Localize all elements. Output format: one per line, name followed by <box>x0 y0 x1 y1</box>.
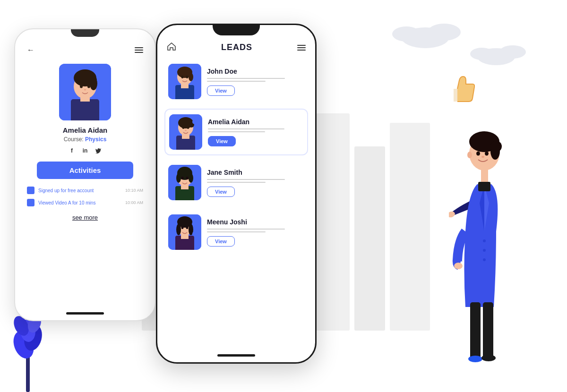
activity-dot-2 <box>27 199 34 206</box>
svg-rect-20 <box>26 354 30 392</box>
svg-point-70 <box>181 226 184 229</box>
lead-card-amelia[interactable]: Amelia Aidan View <box>164 109 308 155</box>
right-phone-screen: LEADS <box>157 25 315 362</box>
svg-point-51 <box>182 126 185 129</box>
leads-title: LEADS <box>221 43 252 52</box>
home-icon[interactable] <box>167 42 176 53</box>
lead-lines-jane <box>207 179 304 183</box>
activity-list: Signed up for free account 10:10 AM View… <box>25 187 146 206</box>
svg-point-68 <box>176 224 181 235</box>
connector-dot-top <box>192 119 197 124</box>
svg-point-91 <box>483 249 486 252</box>
lead-info-john: John Doe View <box>207 68 304 96</box>
svg-point-16 <box>470 48 494 60</box>
activity-time-1: 10:10 AM <box>125 188 143 193</box>
left-phone: ← <box>14 28 156 321</box>
svg-point-52 <box>187 126 189 129</box>
course-label: Course: <box>64 136 84 143</box>
svg-point-87 <box>485 152 489 156</box>
svg-rect-5 <box>354 146 385 331</box>
see-more-link[interactable]: see more <box>72 214 98 221</box>
activity-text-2: Viewed Video A for 10 mins <box>38 200 121 205</box>
back-arrow-icon[interactable]: ← <box>27 46 34 54</box>
svg-rect-77 <box>483 302 493 359</box>
linkedin-icon[interactable]: in <box>81 146 89 155</box>
social-icons-group: f in <box>68 146 103 155</box>
lead-avatar-jane <box>168 165 201 200</box>
left-phone-nav: ← <box>25 43 146 59</box>
activity-item-1: Signed up for free account 10:10 AM <box>27 187 143 194</box>
character-illustration <box>449 99 553 392</box>
right-home-indicator <box>217 354 255 357</box>
lead-name-john: John Doe <box>207 68 304 75</box>
left-home-indicator <box>66 312 104 315</box>
view-button-john[interactable]: View <box>207 85 235 96</box>
svg-point-79 <box>481 355 496 361</box>
svg-rect-89 <box>478 182 490 191</box>
svg-point-43 <box>181 76 184 78</box>
view-button-meenu[interactable]: View <box>207 236 235 247</box>
view-button-amelia[interactable]: View <box>208 136 236 146</box>
svg-point-36 <box>84 89 86 91</box>
svg-point-84 <box>490 141 502 152</box>
svg-point-85 <box>467 152 472 158</box>
lead-card-jane[interactable]: Jane Smith View <box>164 160 308 205</box>
lead-lines-amelia <box>208 128 303 132</box>
lead-line-jane-2 <box>207 182 266 183</box>
lead-lines-john <box>207 78 304 82</box>
lead-line-amelia-1 <box>208 128 284 129</box>
lead-name-amelia: Amelia Aidan <box>208 118 303 126</box>
lead-avatar-john <box>168 64 201 99</box>
svg-rect-6 <box>390 123 430 331</box>
lead-line-2 <box>207 81 266 82</box>
right-phone-nav: LEADS <box>164 39 308 59</box>
svg-point-59 <box>176 173 181 183</box>
lead-line-meenu-2 <box>207 231 266 232</box>
hamburger-icon[interactable] <box>135 47 143 53</box>
left-phone-notch <box>71 29 99 37</box>
lead-card-john[interactable]: John Doe View <box>164 59 308 104</box>
svg-point-33 <box>89 76 97 84</box>
svg-point-90 <box>483 239 486 242</box>
lead-line-jane-1 <box>207 179 285 180</box>
course-line: Course: Physics <box>64 136 107 143</box>
lead-card-meenu[interactable]: Meenu Joshi View <box>164 210 308 255</box>
activity-text-1: Signed up for free account <box>38 188 121 193</box>
svg-point-44 <box>186 76 189 78</box>
course-value: Physics <box>85 136 106 143</box>
lead-info-jane: Jane Smith View <box>207 169 304 197</box>
facebook-icon[interactable]: f <box>68 146 76 155</box>
lead-line-1 <box>207 78 285 79</box>
right-hamburger-icon[interactable] <box>297 45 306 51</box>
svg-point-61 <box>181 177 184 179</box>
right-phone: LEADS <box>156 24 317 364</box>
svg-rect-28 <box>71 99 99 120</box>
svg-point-86 <box>476 152 480 156</box>
leads-list: John Doe View <box>164 59 308 353</box>
svg-point-42 <box>189 73 193 81</box>
svg-point-62 <box>186 177 189 179</box>
lead-avatar-amelia <box>169 114 202 150</box>
connector-dot-bottom <box>192 231 197 236</box>
svg-point-15 <box>499 45 526 59</box>
lead-lines-meenu <box>207 229 304 232</box>
svg-point-35 <box>87 85 90 88</box>
svg-point-60 <box>189 173 193 183</box>
lead-line-meenu-1 <box>207 229 285 230</box>
lead-name-meenu: Meenu Joshi <box>207 218 304 226</box>
activities-button[interactable]: Activities <box>37 162 134 179</box>
svg-point-71 <box>186 226 189 229</box>
view-button-jane[interactable]: View <box>207 187 235 197</box>
lead-line-amelia-2 <box>208 131 265 132</box>
twitter-icon[interactable] <box>94 146 103 155</box>
left-phone-screen: ← <box>15 29 155 320</box>
svg-point-75 <box>454 263 463 269</box>
svg-point-34 <box>80 85 83 88</box>
left-profile-avatar <box>59 64 111 120</box>
svg-point-92 <box>483 258 486 261</box>
activity-dot-1 <box>27 187 34 194</box>
activity-time-2: 10:00 AM <box>125 200 143 205</box>
right-phone-notch <box>213 25 260 35</box>
left-person-name: Amelia Aidan <box>63 126 107 134</box>
svg-point-12 <box>428 24 461 41</box>
